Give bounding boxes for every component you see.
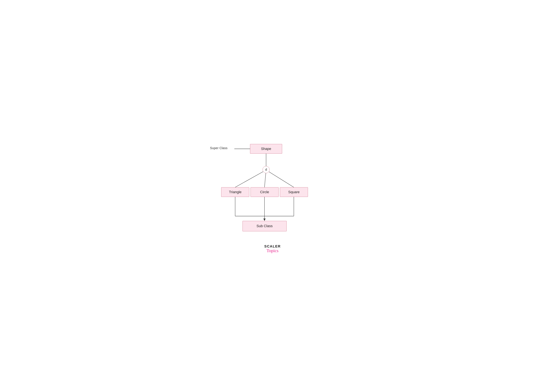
subclass-node: Sub Class: [242, 221, 287, 231]
diamond-node: d: [263, 166, 270, 173]
shape-node: Shape: [250, 144, 282, 154]
svg-line-3: [266, 170, 294, 187]
diagram-container: Super Class Shape d Triangle Circle Squa…: [200, 136, 345, 256]
brand-scaler-text: SCALER: [264, 244, 281, 248]
svg-line-1: [235, 170, 266, 187]
circle-node: Circle: [251, 187, 279, 197]
brand-logo: SCALER Topics: [264, 244, 281, 253]
triangle-node: Triangle: [221, 187, 249, 197]
svg-marker-9: [263, 219, 266, 221]
square-node: Square: [280, 187, 308, 197]
brand-topics-text: Topics: [264, 248, 281, 253]
superclass-label: Super Class: [210, 146, 228, 150]
